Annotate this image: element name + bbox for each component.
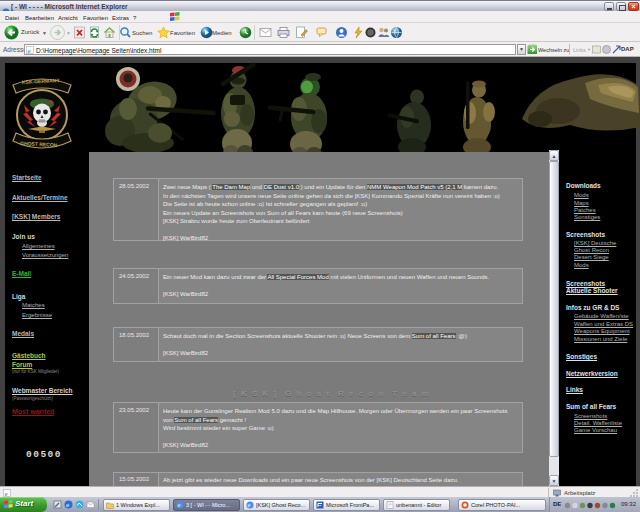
svg-text:e: e xyxy=(28,47,31,54)
svg-text:e: e xyxy=(248,501,251,508)
svg-text:e: e xyxy=(5,490,8,497)
svg-text:e: e xyxy=(178,501,181,508)
svg-text:e: e xyxy=(66,501,69,509)
svg-text:GHOST RECON: GHOST RECON xyxy=(20,140,58,148)
